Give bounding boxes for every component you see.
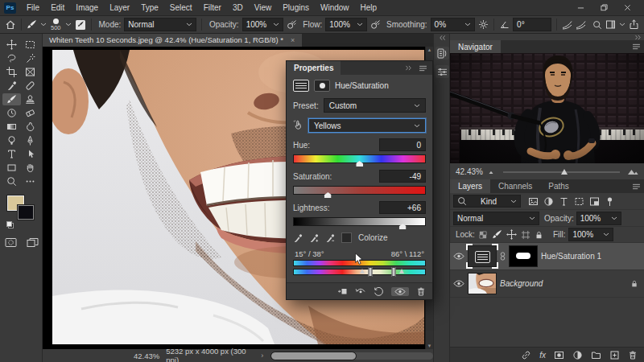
history-panel-icon[interactable] [436, 47, 449, 60]
saturation-track[interactable] [293, 186, 426, 195]
saturation-thumb[interactable] [324, 192, 332, 198]
hue-thumb[interactable] [356, 161, 363, 167]
link-layers-icon[interactable] [521, 350, 531, 360]
zoom-out-icon[interactable] [488, 169, 496, 175]
zoom-in-icon[interactable] [627, 168, 639, 175]
pixel-filter-icon[interactable] [526, 195, 540, 207]
reset-adjustment-icon[interactable] [374, 286, 384, 297]
menu-edit[interactable]: Edit [45, 0, 70, 15]
quick-mask-icon[interactable] [5, 237, 17, 248]
add-mask-icon[interactable] [554, 350, 564, 360]
lock-pixels-icon[interactable] [492, 229, 502, 240]
visibility-toggle-icon[interactable] [391, 287, 409, 296]
menu-type[interactable]: Type [135, 0, 164, 15]
share-icon[interactable] [629, 19, 639, 30]
layer-opacity-select[interactable]: 100% [576, 212, 621, 225]
history-brush-tool[interactable] [2, 107, 21, 119]
type-filter-icon[interactable] [557, 195, 571, 207]
targeted-adjustment-icon[interactable] [293, 120, 303, 131]
layer-effects-icon[interactable]: fx [539, 351, 546, 360]
brush-preset-picker[interactable]: 500 [51, 19, 61, 31]
adjustments-panel-icon[interactable] [436, 65, 449, 78]
panel-menu-icon[interactable] [419, 65, 427, 72]
tab-channels[interactable]: Channels [490, 179, 540, 193]
hand-tool[interactable] [21, 162, 39, 174]
chevron-down-icon[interactable] [619, 23, 625, 27]
fill-select[interactable]: 100% [568, 228, 613, 241]
path-selection-tool[interactable] [21, 148, 39, 160]
chevron-down-icon[interactable] [40, 23, 47, 27]
tab-close-icon[interactable]: × [291, 36, 295, 44]
default-colors-icon[interactable] [6, 221, 13, 228]
flow-select[interactable]: 100% [325, 18, 367, 31]
quick-selection-tool[interactable] [21, 52, 39, 64]
rectangle-tool[interactable] [2, 162, 21, 174]
hue-value-field[interactable]: 0 [379, 138, 426, 151]
move-tool[interactable] [2, 39, 21, 51]
navigator-zoom-value[interactable]: 42.43% [456, 167, 483, 176]
adjustment-layer-thumbnail[interactable] [469, 246, 496, 266]
shape-filter-icon[interactable] [572, 195, 586, 207]
hue-track[interactable] [293, 154, 426, 163]
opacity-select[interactable]: 100% [242, 18, 284, 31]
menu-filter[interactable]: Filter [198, 0, 227, 15]
menu-select[interactable]: Select [164, 0, 198, 15]
collapse-left-icon[interactable] [439, 35, 446, 41]
pin-filter-icon[interactable] [603, 195, 617, 207]
brush-tool[interactable] [2, 93, 21, 105]
restore-icon[interactable] [601, 4, 608, 11]
layer-name[interactable]: Hue/Saturation 1 [541, 252, 601, 261]
visibility-eye-icon[interactable] [452, 280, 464, 287]
blend-mode-select[interactable]: Normal [124, 18, 196, 31]
status-popup-arrow[interactable]: › [261, 352, 263, 360]
mask-link-icon[interactable] [500, 251, 506, 261]
layer-row-hue-saturation[interactable]: Hue/Saturation 1 [450, 243, 644, 270]
pressure-size-icon[interactable] [562, 19, 572, 30]
menu-view[interactable]: View [249, 0, 278, 15]
workspace-switcher-icon[interactable] [605, 19, 616, 30]
airbrush-icon[interactable] [370, 19, 381, 30]
lock-all-icon[interactable] [535, 229, 543, 240]
background-layer-thumbnail[interactable] [469, 274, 496, 294]
layer-mask-thumbnail[interactable] [510, 246, 537, 266]
panel-menu-icon[interactable] [632, 179, 644, 193]
background-color-swatch[interactable] [18, 205, 34, 220]
eyedropper-tool[interactable] [2, 80, 21, 92]
angle-field[interactable]: 0° [513, 18, 551, 31]
new-layer-icon[interactable] [609, 350, 620, 360]
layer-row-background[interactable]: Background [450, 270, 644, 298]
colorize-checkbox[interactable] [341, 232, 352, 243]
symmetry-icon[interactable] [576, 19, 586, 30]
frame-tool[interactable] [21, 66, 39, 78]
zoom-tool[interactable] [2, 175, 21, 187]
spot-healing-tool[interactable] [21, 80, 39, 92]
lightness-thumb[interactable] [399, 224, 407, 229]
collapse-right-icon[interactable] [634, 34, 642, 40]
preset-select[interactable]: Custom [324, 98, 426, 113]
properties-title[interactable]: Properties [287, 61, 341, 75]
gradient-tool[interactable] [2, 121, 21, 133]
adjustment-filter-icon[interactable] [542, 195, 555, 207]
menu-image[interactable]: Image [70, 0, 104, 15]
collapse-panel-icon[interactable] [405, 65, 412, 72]
eyedropper-plus-icon[interactable] [309, 233, 319, 243]
home-icon[interactable] [5, 19, 16, 30]
delete-layer-icon[interactable] [628, 350, 638, 360]
close-icon[interactable] [624, 4, 631, 11]
navigator-preview[interactable] [450, 53, 644, 163]
lightness-track[interactable] [293, 217, 426, 226]
clip-to-layer-icon[interactable] [337, 286, 348, 297]
lightness-value-field[interactable]: +66 [379, 201, 426, 214]
gear-icon[interactable] [478, 19, 489, 30]
smudge-tool[interactable] [21, 121, 39, 133]
search-icon[interactable] [592, 20, 602, 30]
eraser-tool[interactable] [21, 107, 39, 119]
view-previous-state-icon[interactable] [355, 287, 366, 295]
lock-transparency-icon[interactable] [478, 229, 488, 240]
scrollbar-thumb[interactable] [271, 352, 355, 360]
saturation-value-field[interactable]: -49 [379, 170, 426, 183]
lasso-tool[interactable] [2, 52, 21, 64]
eyedropper-icon[interactable] [293, 233, 303, 243]
navigator-zoom-slider[interactable] [503, 171, 620, 173]
menu-file[interactable]: File [21, 0, 45, 15]
